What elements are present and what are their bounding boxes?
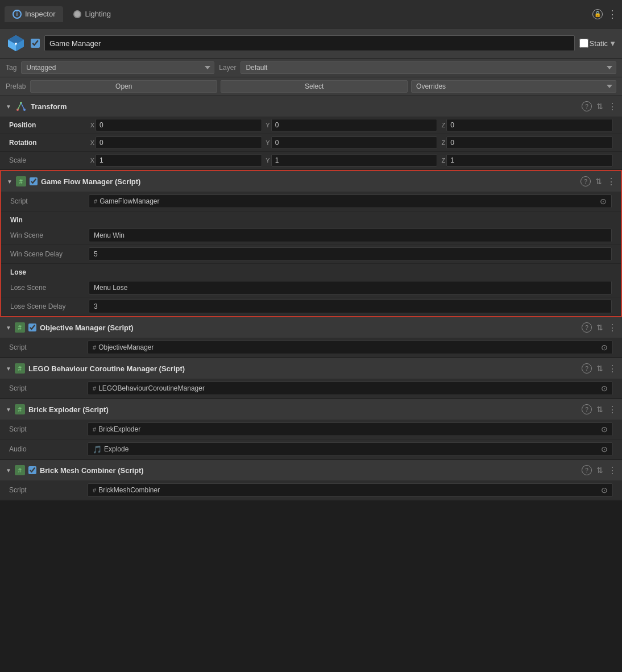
gameobject-header: ▼ Static ▼ — [0, 28, 622, 59]
game-flow-manager-enabled-checkbox[interactable] — [30, 177, 38, 185]
position-z-input[interactable] — [446, 119, 613, 131]
brick-exploder-help-icon[interactable]: ? — [582, 404, 592, 414]
rotation-y-input[interactable] — [271, 136, 438, 149]
game-flow-manager-title: Game Flow Manager (Script) — [41, 177, 577, 186]
tab-bar: i Inspector Lighting 🔒 ⋮ — [0, 0, 622, 28]
svg-line-8 — [18, 103, 21, 110]
transform-header[interactable]: ▼ Transform ? ⇅ ⋮ — [0, 96, 622, 117]
prefab-overrides-dropdown[interactable]: Overrides — [411, 80, 616, 93]
rotation-y-label: Y — [263, 139, 270, 146]
objective-manager-menu-icon[interactable]: ⋮ — [608, 322, 616, 333]
brick-exploder-hash-icon: # — [15, 404, 25, 414]
game-flow-script-label: Script — [10, 197, 84, 205]
scale-y-input[interactable] — [271, 154, 438, 167]
static-checkbox[interactable] — [579, 39, 588, 48]
transform-title: Transform — [31, 102, 578, 111]
lego-behaviour-hash-icon: # — [15, 363, 25, 374]
rotation-label: Rotation — [9, 139, 83, 147]
rotation-x-field: X — [88, 136, 262, 149]
tab-inspector[interactable]: i Inspector — [5, 6, 63, 22]
brick-mesh-combiner-header[interactable]: ▼ # Brick Mesh Combiner (Script) ? ⇅ ⋮ — [0, 460, 622, 480]
lego-script-value[interactable]: # LEGOBehaviourCoroutineManager ⊙ — [88, 381, 613, 395]
position-y-input[interactable] — [271, 119, 438, 131]
rotation-x-label: X — [88, 139, 94, 146]
objective-manager-collapse-arrow: ▼ — [6, 325, 11, 331]
lego-script-target-icon[interactable]: ⊙ — [601, 384, 608, 393]
position-z-field: Z — [438, 119, 613, 131]
lose-category-row: Lose — [1, 264, 621, 279]
lego-behaviour-collapse-arrow: ▼ — [6, 366, 11, 372]
brick-exploder-audio-label: Audio — [9, 445, 83, 453]
tab-lighting[interactable]: Lighting — [65, 6, 119, 22]
light-icon — [73, 10, 81, 18]
position-x-input[interactable] — [96, 119, 262, 131]
layer-dropdown[interactable]: Default — [240, 61, 616, 74]
transform-help-icon[interactable]: ? — [582, 101, 592, 111]
objective-manager-enabled-checkbox[interactable] — [28, 323, 36, 331]
game-flow-script-target-icon[interactable]: ⊙ — [600, 197, 607, 206]
brick-exploder-menu-icon[interactable]: ⋮ — [608, 404, 616, 415]
prefab-row: Prefab Open Select Overrides — [0, 77, 622, 96]
rotation-x-input[interactable] — [96, 136, 262, 149]
brick-mesh-combiner-settings-icon[interactable]: ⇅ — [596, 466, 603, 475]
win-scene-input[interactable] — [89, 229, 612, 242]
game-flow-manager-settings-icon[interactable]: ⇅ — [595, 177, 602, 186]
brick-mesh-combiner-body: Script # BrickMeshCombiner ⊙ — [0, 480, 622, 500]
brick-exploder-script-label: Script — [9, 425, 83, 433]
objective-script-target-icon[interactable]: ⊙ — [601, 343, 608, 352]
objective-manager-settings-icon[interactable]: ⇅ — [596, 323, 603, 332]
lego-behaviour-help-icon[interactable]: ? — [582, 363, 592, 374]
game-flow-script-hash: # — [94, 198, 97, 205]
brick-exploder-header[interactable]: ▼ # Brick Exploder (Script) ? ⇅ ⋮ — [0, 399, 622, 420]
lose-category-label: Lose — [10, 268, 26, 276]
rotation-z-input[interactable] — [446, 136, 613, 149]
brick-exploder-audio-value[interactable]: 🎵 Explode ⊙ — [88, 442, 613, 456]
lego-behaviour-menu-icon[interactable]: ⋮ — [608, 363, 616, 374]
brick-mesh-combiner-enabled-checkbox[interactable] — [28, 466, 36, 474]
scale-x-input[interactable] — [96, 154, 262, 167]
brick-exploder-audio-name: Explode — [104, 445, 128, 453]
objective-manager-header[interactable]: ▼ # Objective Manager (Script) ? ⇅ ⋮ — [0, 317, 622, 338]
gameobject-name-input[interactable] — [44, 35, 575, 51]
game-flow-script-value[interactable]: # GameFlowManager ⊙ — [89, 194, 612, 208]
brick-mesh-combiner-script-value[interactable]: # BrickMeshCombiner ⊙ — [88, 483, 613, 497]
rotation-row: Rotation X Y Z — [0, 134, 622, 152]
brick-mesh-combiner-menu-icon[interactable]: ⋮ — [608, 465, 616, 476]
objective-manager-help-icon[interactable]: ? — [582, 322, 592, 333]
win-scene-delay-input[interactable] — [89, 247, 612, 261]
transform-settings-icon[interactable]: ⇅ — [596, 102, 603, 111]
brick-exploder-script-value[interactable]: # BrickExploder ⊙ — [88, 422, 613, 436]
prefab-label: Prefab — [6, 82, 26, 90]
lose-scene-delay-input[interactable] — [89, 300, 612, 313]
tag-dropdown[interactable]: Untagged — [21, 61, 214, 74]
objective-script-value[interactable]: # ObjectiveManager ⊙ — [88, 341, 613, 354]
prefab-select-button[interactable]: Select — [221, 80, 408, 93]
win-scene-delay-label: Win Scene Delay — [10, 250, 84, 258]
lock-icon[interactable]: 🔒 — [592, 9, 603, 19]
brick-mesh-combiner-hash: # — [93, 487, 96, 493]
layer-label: Layer — [219, 64, 236, 72]
scale-z-input[interactable] — [446, 154, 613, 167]
unity-cube-icon: ▼ — [6, 33, 26, 53]
objective-script-name: ObjectiveManager — [98, 343, 154, 351]
scale-z-field: Z — [438, 154, 613, 167]
lego-behaviour-settings-icon[interactable]: ⇅ — [596, 364, 603, 373]
objective-script-hash: # — [93, 344, 96, 351]
position-z-label: Z — [438, 122, 445, 128]
gameobject-enabled-checkbox[interactable] — [31, 39, 40, 48]
lose-scene-input[interactable] — [89, 281, 612, 294]
transform-menu-icon[interactable]: ⋮ — [608, 101, 616, 112]
lego-behaviour-header[interactable]: ▼ # LEGO Behaviour Coroutine Manager (Sc… — [0, 358, 622, 379]
position-xyz: X Y Z — [88, 119, 613, 131]
prefab-open-button[interactable]: Open — [30, 80, 217, 93]
brick-exploder-settings-icon[interactable]: ⇅ — [596, 405, 603, 414]
brick-exploder-target-icon[interactable]: ⊙ — [601, 425, 608, 434]
brick-exploder-audio-target-icon[interactable]: ⊙ — [601, 445, 608, 454]
game-flow-manager-help-icon[interactable]: ? — [580, 176, 591, 186]
brick-mesh-combiner-help-icon[interactable]: ? — [582, 465, 592, 475]
game-flow-manager-header[interactable]: ▼ # Game Flow Manager (Script) ? ⇅ ⋮ — [1, 171, 621, 192]
game-flow-manager-menu-icon[interactable]: ⋮ — [607, 176, 615, 187]
brick-mesh-combiner-target-icon[interactable]: ⊙ — [601, 486, 608, 495]
more-icon[interactable]: ⋮ — [607, 8, 617, 20]
static-dropdown-arrow[interactable]: ▼ — [609, 39, 616, 48]
